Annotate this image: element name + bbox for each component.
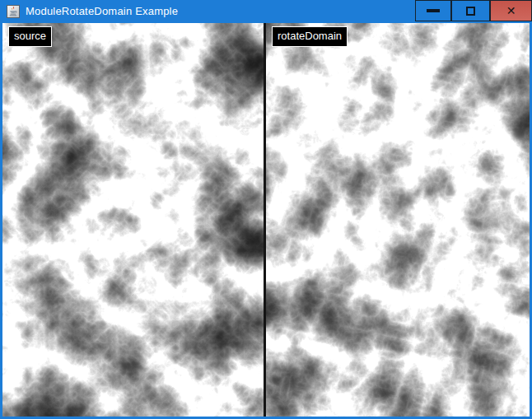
panel-label-source: source (8, 26, 52, 47)
panel-label-rotatedomain: rotateDomain (272, 26, 348, 47)
window-title: ModuleRotateDomain Example (26, 0, 178, 23)
panel-source: source (2, 23, 264, 417)
maximize-icon (466, 7, 475, 16)
render-area: source rotateDomain (2, 23, 530, 417)
title-bar[interactable]: ModuleRotateDomain Example ✕ (0, 0, 532, 23)
app-window: ModuleRotateDomain Example ✕ source rota… (0, 0, 532, 419)
java-coffee-cup-icon (7, 5, 20, 18)
rotatedomain-noise-canvas (266, 23, 530, 417)
minimize-button[interactable] (415, 0, 451, 21)
panel-rotatedomain: rotateDomain (266, 23, 530, 417)
close-button[interactable]: ✕ (490, 0, 532, 21)
minimize-icon (427, 9, 440, 12)
maximize-button[interactable] (451, 0, 490, 21)
source-noise-canvas (2, 23, 264, 417)
window-controls: ✕ (415, 0, 532, 21)
close-icon: ✕ (506, 5, 516, 16)
